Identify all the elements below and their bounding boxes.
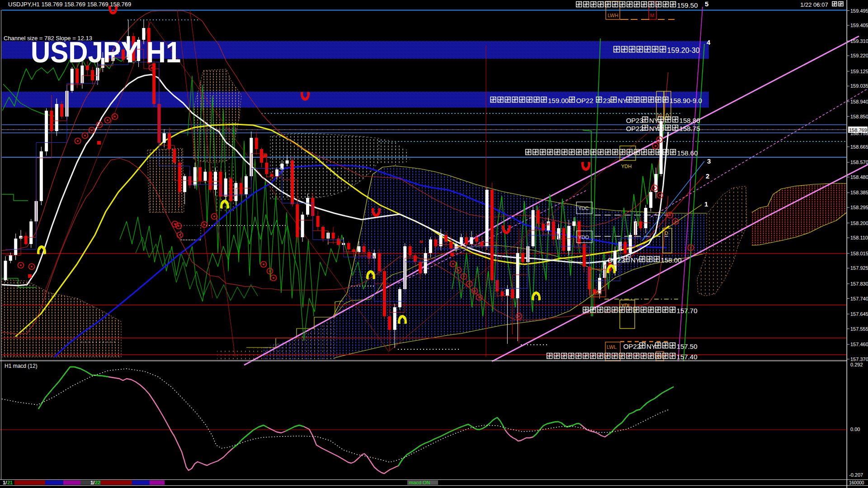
svg-text:M: M	[546, 222, 550, 226]
svg-text:157.40: 157.40	[677, 353, 698, 361]
svg-text:159.035: 159.035	[850, 83, 868, 89]
svg-text:157.70: 157.70	[677, 307, 698, 314]
svg-text:YDO: YDO	[578, 235, 589, 240]
svg-text:NY: NY	[646, 343, 656, 350]
svg-text:158.769: 158.769	[849, 127, 867, 133]
svg-text:157.555: 157.555	[850, 326, 868, 332]
svg-text:158.570: 158.570	[850, 160, 868, 165]
svg-text:0.292: 0.292	[850, 362, 863, 367]
svg-text:LMH: LMH	[591, 291, 601, 296]
svg-text:158.480: 158.480	[850, 174, 868, 180]
svg-text:158.90-9.0: 158.90-9.0	[670, 97, 702, 104]
svg-text:159.125: 159.125	[850, 69, 868, 74]
svg-text:158.385: 158.385	[850, 190, 868, 195]
svg-text:D: D	[665, 113, 669, 118]
svg-text:157.460: 157.460	[850, 342, 868, 347]
svg-text:LWH: LWH	[608, 13, 618, 18]
svg-text:157.645: 157.645	[850, 311, 868, 317]
svg-text:LWL: LWL	[607, 344, 617, 350]
svg-text:D: D	[665, 230, 668, 236]
svg-text:H1 macd (12): H1 macd (12)	[5, 363, 38, 369]
svg-text:1/: 1/	[3, 480, 7, 485]
svg-text:-0.207: -0.207	[849, 472, 863, 478]
svg-text:USDJPY,H1 158.769 158.769 158: USDJPY,H1 158.769 158.769 158.769 158.76…	[8, 1, 131, 8]
svg-text:NY: NY	[649, 117, 659, 124]
svg-text:158.850: 158.850	[850, 114, 868, 119]
svg-text:158.110: 158.110	[850, 235, 868, 240]
svg-text:22: 22	[95, 480, 100, 485]
svg-text:OP23: OP23	[626, 117, 643, 124]
svg-text:160000: 160000	[849, 480, 864, 485]
svg-text:157.50: 157.50	[677, 343, 698, 350]
svg-text:159.220: 159.220	[850, 53, 868, 58]
svg-text:157.370: 157.370	[850, 357, 868, 362]
svg-text:M: M	[650, 13, 654, 18]
svg-text:157.925: 157.925	[850, 265, 868, 271]
svg-text:21: 21	[7, 480, 13, 485]
svg-text:158.015: 158.015	[850, 251, 868, 256]
svg-text:OP22: OP22	[626, 125, 643, 132]
svg-text:4: 4	[707, 38, 711, 46]
svg-text:3: 3	[707, 157, 711, 165]
svg-text:NY: NY	[631, 256, 640, 264]
svg-text:M: M	[420, 239, 423, 244]
svg-text:1/: 1/	[90, 480, 94, 485]
svg-text:159.20-30: 159.20-30	[667, 47, 700, 54]
svg-text:159.310: 159.310	[850, 38, 868, 44]
svg-text:1/22 06:07: 1/22 06:07	[800, 1, 828, 8]
svg-text:159.495: 159.495	[850, 8, 868, 14]
svg-text:NY: NY	[649, 125, 659, 132]
svg-text:158.665: 158.665	[850, 144, 868, 150]
svg-text:OP22: OP22	[623, 343, 641, 350]
svg-text:2: 2	[706, 172, 709, 180]
svg-text:157.830: 157.830	[850, 281, 868, 286]
svg-text:157.740: 157.740	[850, 296, 868, 301]
svg-text:159.00: 159.00	[548, 97, 569, 104]
svg-text:158.200: 158.200	[850, 221, 868, 226]
svg-text:158.00: 158.00	[661, 256, 682, 264]
svg-text:1: 1	[704, 200, 708, 208]
svg-text:23: 23	[603, 97, 611, 104]
svg-text:5: 5	[705, 0, 708, 8]
svg-text:159.50: 159.50	[677, 1, 698, 9]
svg-text:0.00: 0.00	[850, 427, 860, 432]
svg-text:NY: NY	[618, 97, 627, 104]
svg-text:159.405: 159.405	[850, 23, 868, 28]
svg-text:OP22: OP22	[576, 97, 593, 104]
svg-text:USDJPY H1: USDJPY H1	[31, 36, 181, 69]
svg-text:macd ON: macd ON	[409, 480, 430, 485]
svg-text:OP22: OP22	[608, 256, 625, 264]
svg-text:158.295: 158.295	[850, 205, 868, 210]
svg-text:YDH: YDH	[621, 164, 632, 169]
svg-text:158.940: 158.940	[850, 99, 868, 104]
svg-text:158.60: 158.60	[677, 149, 698, 157]
svg-text:158.75: 158.75	[679, 125, 700, 132]
svg-text:YDC: YDC	[578, 206, 589, 211]
svg-text:158.80: 158.80	[679, 117, 700, 124]
